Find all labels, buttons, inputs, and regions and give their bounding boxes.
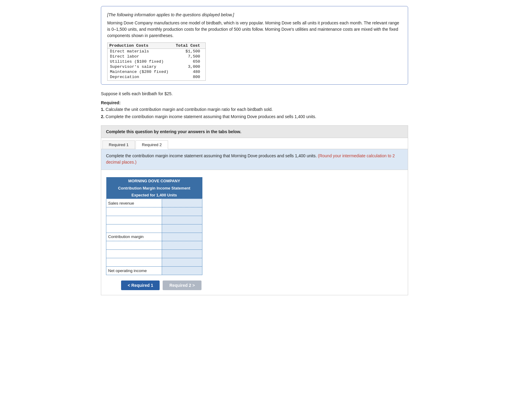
table-row: Sales revenue [106,199,202,207]
row-label: Net operating income [106,266,162,275]
row-input[interactable] [162,241,202,249]
req-num: 1. [101,107,105,112]
statement-title2: Contribution Margin Income Statement [106,185,202,192]
required1-button[interactable]: < Required 1 [121,281,160,290]
prod-row: Depreciation800 [108,74,206,81]
row-input[interactable] [162,216,202,224]
row-input-cell[interactable] [162,233,202,241]
info-italic: [The following information applies to th… [107,12,402,18]
prod-col2-header: Total Cost [174,43,206,49]
suppose-text: Suppose it sells each birdbath for $25. [101,91,408,96]
prod-label: Supervisor's salary [108,64,174,69]
tab-required2[interactable]: Required 2 [136,140,168,149]
prod-row: Direct materials$1,500 [108,49,206,54]
row-input-cell[interactable] [162,241,202,249]
prod-label: Direct materials [108,49,174,54]
prod-label: Direct labor [108,54,174,59]
prod-value: 3,000 [174,64,206,69]
row-input-cell[interactable] [162,249,202,258]
table-row [106,241,202,249]
tabs-container: Required 1 Required 2 Complete the contr… [101,138,408,295]
prod-label: Depreciation [108,74,174,81]
tab-required1[interactable]: Required 1 [102,140,135,149]
prod-value: 800 [174,74,206,81]
prod-value: 480 [174,69,206,74]
prod-value: 650 [174,59,206,64]
row-input-cell[interactable] [162,199,202,207]
prod-row: Supervisor's salary3,000 [108,64,206,69]
table-row: Contribution margin [106,233,202,241]
row-input-cell[interactable] [162,207,202,216]
statement-title1: MORNING DOVE COMPANY [106,177,202,185]
row-label [106,258,162,266]
required2-button[interactable]: Required 2 > [163,281,201,290]
row-input-cell[interactable] [162,258,202,266]
row-input[interactable] [162,233,202,241]
row-input[interactable] [162,199,202,207]
row-input-cell[interactable] [162,266,202,275]
table-row [106,207,202,216]
tab-main-text: Complete the contribution margin income … [106,153,317,158]
prod-value: 7,500 [174,54,206,59]
tabs-row: Required 1 Required 2 [101,138,408,149]
row-input[interactable] [162,258,202,266]
statement-wrapper: MORNING DOVE COMPANY Contribution Margin… [106,177,403,275]
prod-label: Maintenance ($280 fixed) [108,69,174,74]
prod-value: $1,500 [174,49,206,54]
tab-content: Complete the contribution margin income … [101,149,408,170]
required-label: Required: [101,100,408,105]
info-paragraph: Morning Dove Company manufactures one mo… [107,20,402,39]
prod-col1-header: Production Costs [108,43,174,49]
statement-title3: Expected for 1,400 Units [106,192,202,199]
required-item: 2. Complete the contribution margin inco… [101,114,408,120]
row-input-cell[interactable] [162,224,202,233]
prod-label: Utilities ($100 fixed) [108,59,174,64]
row-label: Contribution margin [106,233,162,241]
row-label: Sales revenue [106,199,162,207]
main-container: [The following information applies to th… [101,6,408,295]
statement-title-row1: MORNING DOVE COMPANY [106,177,202,185]
row-input[interactable] [162,250,202,258]
row-label [106,207,162,216]
prod-row: Utilities ($100 fixed)650 [108,59,206,64]
row-input[interactable] [162,224,202,233]
row-label [106,216,162,224]
statement-title-row2: Contribution Margin Income Statement [106,185,202,192]
table-row: Net operating income [106,266,202,275]
table-row [106,216,202,224]
required-item: 1. Calculate the unit contribution margi… [101,106,408,113]
row-input-cell[interactable] [162,216,202,224]
row-input[interactable] [162,267,202,275]
table-row [106,224,202,233]
prod-row: Direct labor7,500 [108,54,206,59]
nav-buttons: < Required 1 Required 2 > [121,281,403,290]
req-num: 2. [101,114,105,119]
row-label [106,224,162,233]
statement-title-row3: Expected for 1,400 Units [106,192,202,199]
row-label [106,249,162,258]
info-box: [The following information applies to th… [101,6,408,85]
table-row [106,258,202,266]
instruction-banner: Complete this question by entering your … [101,125,408,138]
production-table: Production Costs Total Cost Direct mater… [107,42,206,81]
table-row [106,249,202,258]
row-label [106,241,162,249]
statement-table: MORNING DOVE COMPANY Contribution Margin… [106,177,202,275]
required-section: Required: 1. Calculate the unit contribu… [101,100,408,120]
row-input[interactable] [162,208,202,216]
prod-row: Maintenance ($280 fixed)480 [108,69,206,74]
